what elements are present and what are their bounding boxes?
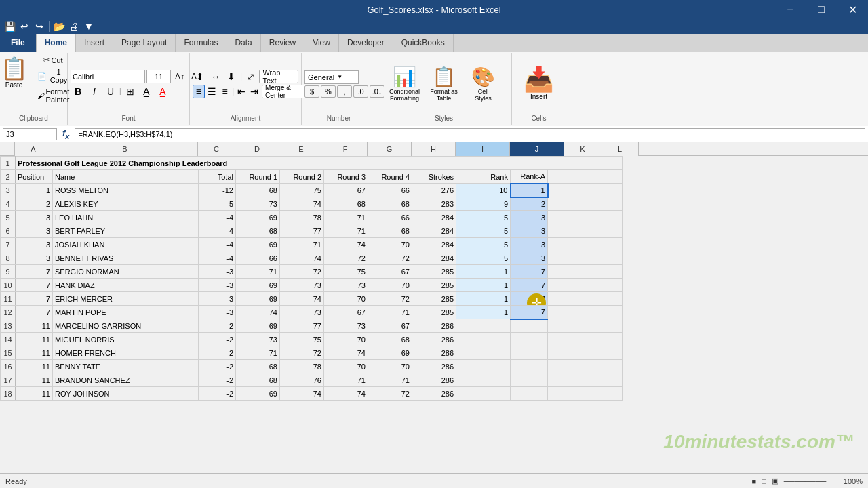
cell-h11[interactable]: 285 (412, 292, 456, 306)
cell-a1[interactable]: Professional Golf League 2012 Championsh… (16, 157, 623, 170)
cell-l18[interactable] (585, 387, 623, 401)
print-quick-button[interactable]: 🖨 (67, 20, 81, 33)
cell-a11[interactable]: 7 (16, 292, 53, 306)
cell-a17[interactable]: 11 (16, 373, 53, 387)
cell-b4[interactable]: ALEXIS KEY (53, 197, 199, 211)
cut-button[interactable]: ✂ Cut (35, 54, 73, 66)
row-num-12[interactable]: 12 (1, 306, 16, 319)
decrease-indent-button[interactable]: ⇤ (235, 85, 247, 98)
cell-d4[interactable]: 73 (236, 197, 280, 211)
comma-button[interactable]: , (337, 85, 352, 98)
col-header-a[interactable]: A (15, 142, 52, 156)
cell-b14[interactable]: MIGUEL NORRIS (53, 333, 199, 346)
row-num-7[interactable]: 7 (1, 238, 16, 251)
cell-reference-box[interactable] (3, 128, 57, 140)
col-header-b[interactable]: B (52, 142, 198, 156)
cell-f2[interactable]: Round 3 (324, 170, 368, 184)
col-header-h[interactable]: H (412, 142, 456, 156)
row-num-10[interactable]: 10 (1, 279, 16, 292)
cell-j13[interactable] (511, 319, 548, 333)
cell-f18[interactable]: 74 (324, 387, 368, 401)
cell-g11[interactable]: 72 (368, 292, 412, 306)
cell-d12[interactable]: 74 (236, 306, 280, 319)
tab-view[interactable]: View (304, 34, 339, 52)
cell-f3[interactable]: 67 (324, 184, 368, 197)
cell-e7[interactable]: 71 (280, 238, 324, 251)
cell-g3[interactable]: 66 (368, 184, 412, 197)
cell-c7[interactable]: -4 (199, 238, 236, 251)
cell-a12[interactable]: 7 (16, 306, 53, 319)
currency-button[interactable]: $ (304, 85, 319, 98)
formula-input[interactable] (75, 128, 865, 140)
cell-d5[interactable]: 69 (236, 211, 280, 224)
cell-k6[interactable] (548, 224, 585, 238)
cell-c8[interactable]: -4 (199, 251, 236, 265)
col-header-i[interactable]: I (456, 142, 510, 156)
cell-i4[interactable]: 9 (456, 197, 511, 211)
cell-k4[interactable] (548, 197, 585, 211)
copy-button[interactable]: 📄 1 Copy (35, 66, 73, 85)
cell-l3[interactable] (585, 184, 623, 197)
normal-view-button[interactable]: ■ (752, 477, 757, 485)
cell-i13[interactable] (456, 319, 511, 333)
cell-l13[interactable] (585, 319, 623, 333)
row-num-9[interactable]: 9 (1, 265, 16, 279)
cell-c12[interactable]: -3 (199, 306, 236, 319)
cell-i14[interactable] (456, 333, 511, 346)
cell-c10[interactable]: -3 (199, 279, 236, 292)
fill-color-button[interactable]: A̲ (139, 85, 154, 98)
tab-home[interactable]: Home (37, 34, 76, 52)
col-header-g[interactable]: G (368, 142, 412, 156)
cell-c6[interactable]: -4 (199, 224, 236, 238)
cell-g8[interactable]: 72 (368, 251, 412, 265)
page-break-view-button[interactable]: ▣ (772, 476, 778, 485)
cell-l12[interactable] (585, 306, 623, 319)
page-layout-view-button[interactable]: □ (762, 477, 766, 485)
align-middle-button[interactable]: ↔ (208, 70, 222, 83)
cell-g4[interactable]: 68 (368, 197, 412, 211)
cell-e18[interactable]: 74 (280, 387, 324, 401)
maximize-button[interactable]: □ (806, 0, 837, 19)
cell-i6[interactable]: 5 (456, 224, 511, 238)
cell-d13[interactable]: 69 (236, 319, 280, 333)
cell-i17[interactable] (456, 373, 511, 387)
cell-j15[interactable] (511, 346, 548, 360)
number-format-dropdown[interactable]: General ▼ (304, 70, 359, 84)
cell-k15[interactable] (548, 346, 585, 360)
cell-d10[interactable]: 69 (236, 279, 280, 292)
cell-a15[interactable]: 11 (16, 346, 53, 360)
tab-review[interactable]: Review (261, 34, 304, 52)
cell-j9[interactable]: 7 (511, 265, 548, 279)
text-angle-button[interactable]: ⤢ (243, 70, 258, 83)
cell-f15[interactable]: 74 (324, 346, 368, 360)
cell-i16[interactable] (456, 360, 511, 373)
align-left-button[interactable]: ≡ (193, 85, 205, 98)
cell-i11[interactable]: 1 (456, 292, 511, 306)
cell-i15[interactable] (456, 346, 511, 360)
cell-i18[interactable] (456, 387, 511, 401)
cell-c16[interactable]: -2 (199, 360, 236, 373)
cell-l10[interactable] (585, 279, 623, 292)
row-num-11[interactable]: 11 (1, 292, 16, 306)
col-header-j[interactable]: J (510, 142, 564, 156)
cell-g16[interactable]: 70 (368, 360, 412, 373)
cell-k18[interactable] (548, 387, 585, 401)
cell-j14[interactable] (511, 333, 548, 346)
cell-i2[interactable]: Rank (456, 170, 511, 184)
cell-j17[interactable] (511, 373, 548, 387)
cell-f11[interactable]: 70 (324, 292, 368, 306)
cell-d14[interactable]: 73 (236, 333, 280, 346)
cell-d15[interactable]: 71 (236, 346, 280, 360)
align-right-button[interactable]: ≡ (219, 85, 231, 98)
cell-c2[interactable]: Total (199, 170, 236, 184)
cell-k16[interactable] (548, 360, 585, 373)
insert-button[interactable]: 📥 Insert (521, 60, 557, 108)
cell-k9[interactable] (548, 265, 585, 279)
col-header-k[interactable]: K (564, 142, 601, 156)
row-num-13[interactable]: 13 (1, 319, 16, 333)
cell-g7[interactable]: 70 (368, 238, 412, 251)
cell-b11[interactable]: ERICH MERCER (53, 292, 199, 306)
cell-g14[interactable]: 68 (368, 333, 412, 346)
format-as-table-button[interactable]: 📋 Format asTable (425, 64, 463, 103)
cell-e13[interactable]: 77 (280, 319, 324, 333)
